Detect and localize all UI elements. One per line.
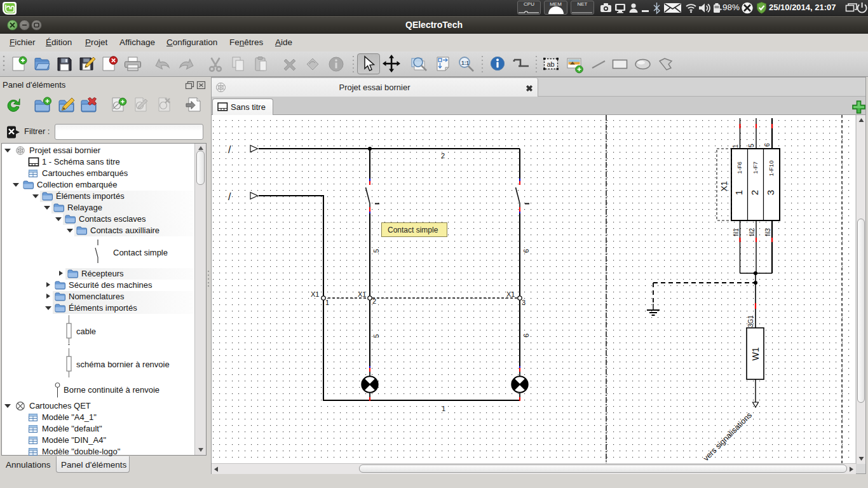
svg-text:fil1: fil1 bbox=[733, 228, 740, 236]
svg-text:5: 5 bbox=[372, 334, 380, 338]
svg-text:W1: W1 bbox=[750, 347, 761, 360]
svg-text:5: 5 bbox=[747, 144, 755, 147]
svg-text:X1: X1 bbox=[719, 181, 729, 192]
svg-text:6: 6 bbox=[763, 143, 771, 147]
svg-text:2: 2 bbox=[372, 297, 376, 305]
svg-text:5: 5 bbox=[372, 249, 380, 253]
svg-text:X1: X1 bbox=[311, 290, 319, 298]
svg-text:3G1: 3G1 bbox=[747, 315, 754, 327]
svg-text:6: 6 bbox=[522, 249, 530, 253]
svg-text:1:1: 1:1 bbox=[461, 60, 470, 66]
svg-text:/: / bbox=[228, 144, 231, 155]
svg-text:/: / bbox=[228, 191, 231, 202]
svg-text:3: 3 bbox=[522, 299, 526, 306]
svg-text:3: 3 bbox=[765, 190, 776, 195]
svg-text:ab: ab bbox=[547, 60, 555, 68]
svg-text:1: 1 bbox=[733, 190, 744, 195]
svg-text:1: 1 bbox=[442, 405, 445, 412]
svg-text:1: 1 bbox=[731, 144, 739, 148]
svg-text:2: 2 bbox=[441, 152, 445, 159]
svg-text:1-F10: 1-F10 bbox=[768, 161, 775, 177]
svg-text:6: 6 bbox=[522, 334, 530, 337]
svg-text:1-F6: 1-F6 bbox=[736, 161, 743, 174]
svg-text:2: 2 bbox=[749, 190, 760, 195]
svg-text:Contact simple: Contact simple bbox=[388, 226, 438, 234]
svg-text:1-F7: 1-F7 bbox=[752, 161, 759, 174]
svg-text:1: 1 bbox=[325, 299, 329, 306]
svg-text:X1: X1 bbox=[358, 290, 366, 298]
svg-text:fil2: fil2 bbox=[749, 228, 756, 236]
svg-text:fil3: fil3 bbox=[764, 228, 771, 236]
svg-text:X1: X1 bbox=[506, 290, 515, 298]
